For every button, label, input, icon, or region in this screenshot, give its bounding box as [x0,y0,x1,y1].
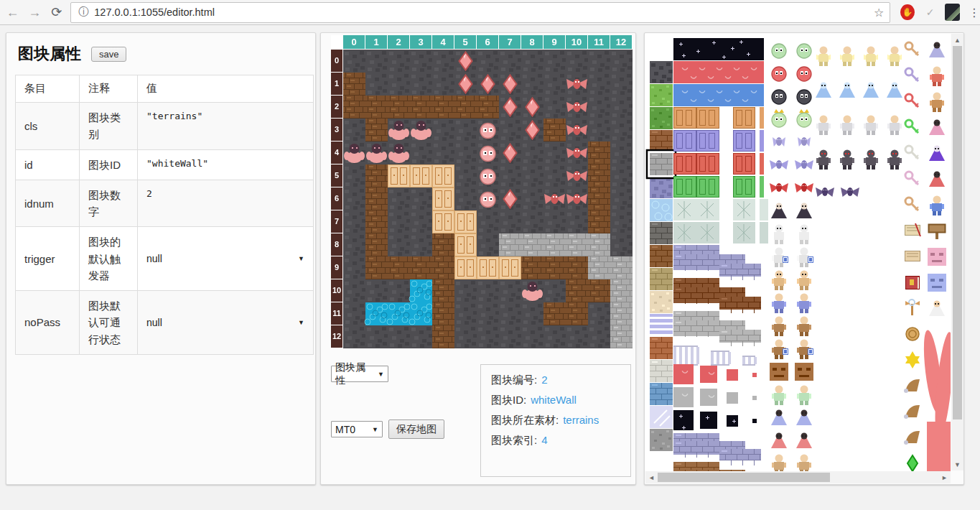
url-text[interactable]: 127.0.0.1:1055/editor.html [94,6,874,18]
info-line: 图块ID:whiteWall [491,394,620,407]
prop-comment: 图块ID [80,149,138,180]
scroll-left-icon[interactable]: ◄ [645,471,658,483]
prop-key: idnum [16,180,80,227]
chevron-down-icon: ▼ [298,255,304,262]
scroll-down-icon[interactable]: ▼ [951,458,963,470]
bookmark-star-icon[interactable]: ☆ [874,6,884,19]
map-editor-panel: 图块属性▼ MT0▼ 保存地图 图块编号:2图块ID:whiteWall图块所在… [320,32,636,485]
col-header-key: 条目 [16,75,80,103]
prop-value: "terrains" [146,109,304,121]
save-map-button[interactable]: 保存地图 [388,419,444,439]
save-button[interactable]: save [91,47,126,62]
reload-button[interactable]: ⟳ [47,1,67,23]
scroll-up-icon[interactable]: ▲ [951,34,963,46]
map-canvas[interactable] [331,35,633,348]
edit-mode-select[interactable]: 图块属性▼ [331,366,388,382]
vertical-scrollbar[interactable]: ▲ ▼ [951,34,963,470]
property-row: noPass图块默认可通行状态null▼ [16,291,314,355]
address-bar[interactable]: ⓘ 127.0.0.1:1055/editor.html ☆ [70,2,890,23]
col-header-value: 值 [138,75,314,103]
forward-button[interactable]: → [25,1,45,23]
browser-menu-icon[interactable]: ⋮ [969,6,980,19]
prop-comment: 图块类别 [80,103,138,150]
back-button[interactable]: ← [3,1,22,23]
chevron-down-icon: ▼ [298,319,304,326]
property-row: idnum图块数字2 [16,180,314,227]
prop-key: cls [16,103,80,150]
properties-table: 条目 注释 值 cls图块类别"terrains"id图块ID"whiteWal… [15,75,314,355]
adblock-extension-icon[interactable]: ✋ [900,4,915,20]
property-row: cls图块类别"terrains" [16,103,314,150]
prop-value-select[interactable]: null▼ [146,253,304,264]
floor-select[interactable]: MT0▼ [331,421,383,437]
prop-value-select[interactable]: null▼ [146,317,304,328]
browser-toolbar: ← → ⟳ ⓘ 127.0.0.1:1055/editor.html ☆ ✋ ✓… [0,0,980,25]
horizontal-scroll-thumb[interactable] [658,473,830,482]
chevron-down-icon: ▼ [372,426,378,433]
profile-avatar[interactable] [945,4,960,21]
info-value[interactable]: terrains [563,414,599,426]
panel-title: 图块属性 [18,43,81,65]
tileset-panel: ▲ ▼ ◄ ► [644,32,964,485]
prop-comment: 图块默认可通行状态 [80,291,138,355]
page-info-icon[interactable]: ⓘ [78,6,88,19]
prop-comment: 图块的默认触发器 [80,227,138,291]
prop-key: id [16,149,80,180]
vertical-scroll-thumb[interactable] [953,46,962,419]
prop-value: 2 [146,187,304,199]
check-extension-icon[interactable]: ✓ [926,6,935,18]
info-line: 图块所在素材:terrains [491,414,620,427]
horizontal-scrollbar[interactable]: ◄ ► [645,471,951,483]
property-row: trigger图块的默认触发器null▼ [16,227,314,291]
prop-comment: 图块数字 [80,180,138,227]
scroll-right-icon[interactable]: ► [938,471,951,483]
info-value[interactable]: 4 [541,434,547,446]
prop-value: "whiteWall" [146,157,304,169]
info-value[interactable]: 2 [541,374,547,386]
chevron-down-icon: ▼ [378,371,384,378]
tileset-canvas[interactable] [645,34,951,471]
col-header-comment: 注释 [80,75,138,103]
info-value[interactable]: whiteWall [531,394,577,406]
property-row: id图块ID"whiteWall" [16,149,314,180]
info-line: 图块索引:4 [491,434,620,448]
info-line: 图块编号:2 [491,374,620,387]
prop-key: noPass [16,291,80,355]
tile-properties-panel: 图块属性 save 条目 注释 值 cls图块类别"terrains"id图块I… [6,32,316,485]
prop-key: trigger [16,227,80,291]
selected-tile-info-box: 图块编号:2图块ID:whiteWall图块所在素材:terrains图块索引:… [480,364,631,477]
